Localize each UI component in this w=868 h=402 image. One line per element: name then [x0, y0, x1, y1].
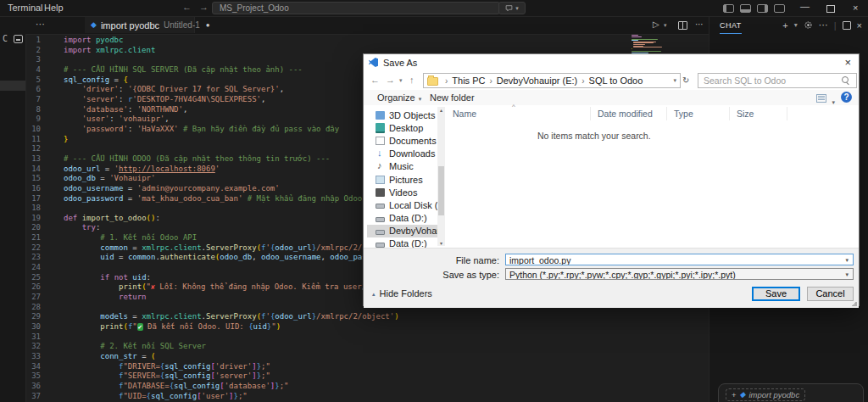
code-token: ,	[252, 253, 261, 261]
divider: |	[834, 20, 837, 31]
tab-import-pyodbc[interactable]: ◆ import pyodbc Untitled-1 ●	[85, 16, 195, 33]
close-panel-icon[interactable]: ×	[857, 20, 862, 31]
new-folder-button[interactable]: New folder	[430, 90, 475, 105]
file-name-input[interactable]: import_odoo.py ▾	[505, 254, 854, 265]
breadcrumb-segment[interactable]: This PC	[452, 75, 485, 86]
sidebar-item-downloads[interactable]: Downloads	[367, 148, 437, 160]
minimap[interactable]	[632, 35, 691, 53]
context-attachment-chip[interactable]: + ◆ import pyodbc	[726, 388, 805, 401]
editor-more-actions-icon[interactable]: ⋯	[695, 20, 704, 29]
address-dropdown-icon[interactable]: ▾	[673, 74, 676, 87]
menu-help[interactable]: Help	[44, 3, 64, 13]
split-editor-icon[interactable]	[678, 21, 687, 30]
sidebar-item-data-d-[interactable]: Data (D:)	[367, 237, 437, 248]
recent-locations-icon[interactable]: ▾	[399, 77, 403, 84]
code-token: return	[119, 293, 147, 301]
chevron-down-icon: ▾	[515, 5, 519, 12]
maximize-panel-icon[interactable]	[843, 21, 851, 30]
command-center[interactable]: MS_Project_Odoo	[212, 2, 500, 14]
panel-layout-icon[interactable]	[14, 35, 23, 43]
code-line[interactable]: f"UID={sql_config['user']};"	[64, 392, 709, 402]
sidebar-item-videos[interactable]: Videos	[367, 186, 437, 198]
code-line[interactable]: print(f"✔ Đã kết nối Odoo. UID: {uid}")	[64, 322, 709, 332]
breadcrumb-segment[interactable]: SQL to Odoo	[589, 75, 643, 86]
sidebar-item-pictures[interactable]: Pictures	[367, 173, 437, 186]
sidebar-item-desktop[interactable]: Desktop	[367, 121, 437, 134]
hide-folders-button[interactable]: ▴Hide Folders	[372, 288, 432, 299]
toggle-secondary-sidebar-icon[interactable]	[757, 4, 768, 13]
organize-button[interactable]: Organize▾	[377, 90, 421, 107]
copilot-chat-icon	[505, 4, 513, 12]
panel-list-item[interactable]	[0, 81, 25, 91]
breadcrumb-segment[interactable]: DevbyVohauipr (E:)	[497, 75, 577, 86]
resize-grip[interactable]	[852, 301, 857, 306]
address-bar[interactable]: ›This PC›DevbyVohauipr (E:)›SQL to Odoo …	[423, 73, 681, 88]
modified-dot-icon[interactable]: ●	[206, 21, 210, 29]
more-actions-icon[interactable]: ⋯	[36, 19, 45, 30]
code-token: import	[64, 46, 92, 54]
run-button[interactable]: ▷	[653, 20, 659, 29]
scrollbar-thumb[interactable]	[438, 166, 444, 215]
tab-chat[interactable]: CHAT	[720, 21, 742, 34]
view-mode-icon[interactable]	[816, 94, 826, 103]
column-header-type[interactable]: Type	[667, 107, 730, 120]
copilot-button[interactable]: ▾	[498, 2, 526, 14]
file-list-header: NameDate modifiedTypeSize	[446, 107, 855, 120]
sidebar-item-local-disk-c-[interactable]: Local Disk (C:)	[367, 198, 437, 211]
back-button[interactable]: ←	[370, 75, 380, 85]
scroll-up-icon[interactable]: ▴	[437, 107, 445, 113]
code-line[interactable]: f"DRIVER={sql_config['driver']};"	[64, 362, 709, 372]
more-actions-icon[interactable]: ⋯	[819, 20, 828, 31]
chat-input[interactable]: + ◆ import pyodbc	[718, 383, 864, 402]
add-context-icon[interactable]: +	[732, 390, 737, 399]
sidebar-item-music[interactable]: Music	[367, 160, 437, 173]
history-back-icon[interactable]: ←	[182, 2, 192, 12]
scroll-down-icon[interactable]: ▾	[437, 240, 445, 246]
toggle-sidebar-icon[interactable]	[723, 4, 734, 13]
refresh-button[interactable]: ↻	[682, 75, 689, 85]
sidebar-item-devbyvohauipr-[interactable]: DevbyVohauipr (	[367, 225, 437, 237]
code-token: =	[128, 243, 142, 252]
code-line[interactable]: f"SERVER={sql_config['server']};"	[64, 371, 709, 382]
code-line[interactable]: import pyodbc	[64, 36, 709, 46]
save-type-select[interactable]: Python (*.py;*.rpy;*.pyw;*.cpy;*.gyp;*.g…	[505, 268, 854, 280]
history-forward-icon[interactable]: →	[199, 2, 209, 12]
dialog-close-button[interactable]: ×	[844, 56, 851, 69]
window-restore-button[interactable]	[826, 5, 835, 13]
column-header-name[interactable]: Name	[446, 107, 591, 120]
sidebar-item-3d-objects[interactable]: 3D Objects	[367, 109, 437, 121]
code-token: odoo_password	[64, 194, 123, 203]
code-line[interactable]: f"DATABASE={sql_config['database']};"	[64, 382, 709, 392]
sidebar-item-documents[interactable]: Documents	[367, 134, 437, 147]
code-line[interactable]	[64, 332, 709, 343]
code-line[interactable]: models = xmlrpc.client.ServerProxy(f'{od…	[64, 312, 709, 322]
line-number: 21	[25, 233, 41, 243]
cancel-button[interactable]: Cancel	[807, 287, 854, 301]
window-minimize-button[interactable]: —	[800, 1, 810, 11]
up-button[interactable]: ↑	[409, 75, 415, 85]
code-token: :	[128, 125, 137, 133]
sidebar-scrollbar[interactable]: ▴ ▾	[437, 107, 445, 246]
tab-subtitle: Untitled-1	[164, 20, 200, 30]
gear-icon[interactable]	[804, 20, 813, 30]
column-header-size[interactable]: Size	[730, 107, 787, 120]
dialog-titlebar[interactable]: Save As ×	[364, 54, 859, 71]
chevron-down-icon[interactable]: ▾	[845, 269, 849, 280]
menu-terminal[interactable]: Terminal	[8, 3, 43, 13]
dialog-search-input[interactable]: Search SQL to Odoo	[698, 73, 857, 88]
code-line[interactable]: conn_str = (	[64, 352, 709, 362]
help-button[interactable]: ?	[841, 92, 852, 103]
refresh-icon[interactable]: C	[3, 34, 8, 43]
new-chat-icon[interactable]: +	[782, 20, 787, 31]
toggle-panel-icon[interactable]	[740, 4, 751, 13]
save-button[interactable]: Save	[752, 287, 800, 301]
run-dropdown-icon[interactable]: ▾	[664, 22, 667, 29]
window-close-button[interactable]: ×	[853, 3, 858, 13]
forward-button[interactable]: →	[386, 75, 395, 85]
chevron-down-icon[interactable]: ▾	[845, 254, 849, 265]
sidebar-item-data-d-[interactable]: Data (D:)	[367, 212, 437, 225]
customize-layout-icon[interactable]	[774, 4, 785, 13]
chevron-down-icon[interactable]: ▾	[794, 21, 798, 29]
code-line[interactable]: # 2. Kết nối SQL Server	[64, 342, 709, 352]
column-header-date-modified[interactable]: Date modified	[591, 107, 667, 120]
